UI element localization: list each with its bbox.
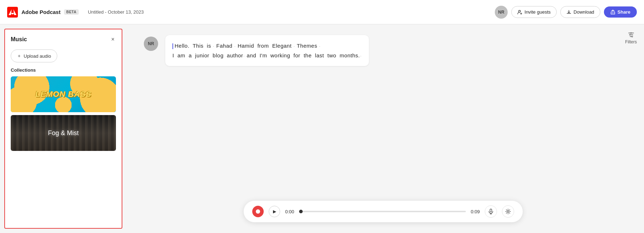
svg-point-3: [507, 211, 509, 213]
svg-point-6: [631, 36, 633, 37]
download-label: Download: [574, 9, 594, 15]
transcript-line-2: I am a junior blog author· and I'm worki…: [172, 51, 362, 60]
share-icon: [610, 10, 615, 15]
progress-fill: [299, 210, 303, 213]
share-button[interactable]: Share: [604, 6, 637, 18]
fog-mist-background: Fog & Mist: [11, 115, 116, 151]
music-panel: Music × ＋ Upload audio Collections LEMON…: [4, 29, 122, 229]
upload-audio-label: Upload audio: [24, 53, 51, 59]
svg-point-5: [629, 34, 630, 35]
header-right: NR Invite guests Download Share: [495, 6, 637, 19]
invite-guests-button[interactable]: Invite guests: [511, 6, 557, 18]
header-left: Adobe Podcast BETA Untitled - October 13…: [7, 7, 144, 18]
fog-mist-title: Fog & Mist: [48, 129, 79, 137]
document-title: Untitled - October 13, 2023: [88, 9, 144, 15]
gear-icon: [505, 209, 511, 214]
microphone-icon: [488, 209, 494, 214]
player-bar: ▶ 0:00 0:09: [244, 201, 523, 222]
microphone-button[interactable]: [485, 205, 497, 218]
filters-icon: [628, 32, 634, 38]
play-icon: ▶: [273, 209, 276, 214]
play-button[interactable]: ▶: [269, 206, 280, 217]
avatar: NR: [495, 6, 508, 19]
svg-rect-0: [7, 7, 18, 18]
upload-audio-button[interactable]: ＋ Upload audio: [11, 49, 57, 62]
lemon-bass-background: LEMON BASS: [11, 76, 116, 112]
filters-button[interactable]: Filters: [625, 32, 637, 44]
collections-label: Collections: [11, 67, 116, 73]
collection-card-fog-mist[interactable]: Fog & Mist: [11, 115, 116, 151]
panel-header: Music ×: [5, 29, 122, 47]
content-area: NR Hello. This is · Fahad · Hamid from E…: [122, 24, 644, 233]
main-area: Music × ＋ Upload audio Collections LEMON…: [0, 24, 644, 233]
svg-point-4: [630, 33, 631, 34]
speaker-avatar: NR: [144, 37, 158, 51]
beta-badge: BETA: [64, 9, 78, 15]
transcript-area: NR Hello. This is · Fahad · Hamid from E…: [144, 32, 623, 201]
download-icon: [566, 10, 571, 15]
panel-body: ＋ Upload audio Collections LEMON BASS Fo…: [5, 47, 122, 228]
person-add-icon: [517, 10, 522, 15]
text-cursor: [172, 43, 173, 49]
filters-label: Filters: [625, 39, 637, 44]
settings-button[interactable]: [502, 205, 514, 218]
svg-point-1: [519, 10, 521, 12]
close-panel-button[interactable]: ×: [110, 35, 116, 44]
speaker-row: NR Hello. This is · Fahad · Hamid from E…: [144, 35, 623, 66]
share-label: Share: [618, 9, 630, 15]
svg-rect-2: [490, 209, 492, 212]
app-name-label: Adobe Podcast: [21, 9, 60, 15]
transcript-line-1: Hello. This is · Fahad · Hamid from Eleg…: [172, 41, 362, 51]
record-button[interactable]: [252, 206, 264, 217]
download-button[interactable]: Download: [560, 6, 600, 18]
invite-guests-label: Invite guests: [525, 9, 551, 15]
progress-track[interactable]: [299, 211, 465, 212]
time-start: 0:00: [285, 209, 294, 214]
adobe-logo-icon: [7, 7, 18, 18]
panel-title: Music: [11, 36, 27, 43]
lemon-bass-title: LEMON BASS: [35, 90, 92, 99]
record-dot-icon: [256, 209, 260, 214]
plus-icon: ＋: [17, 53, 21, 59]
transcript-bubble: Hello. This is · Fahad · Hamid from Eleg…: [165, 35, 369, 66]
time-end: 0:09: [471, 209, 480, 214]
collection-card-lemon-bass[interactable]: LEMON BASS: [11, 76, 116, 112]
app-header: Adobe Podcast BETA Untitled - October 13…: [0, 0, 644, 24]
